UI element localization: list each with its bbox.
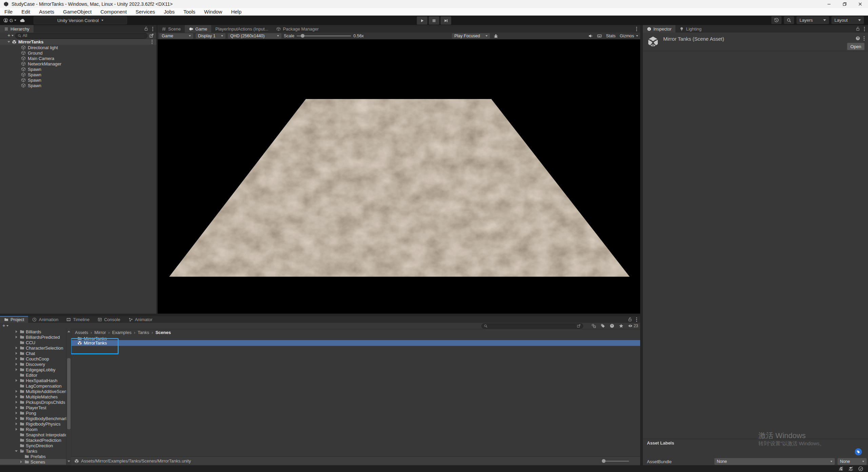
open-search-window-icon[interactable] [577, 324, 581, 328]
gizmos-dropdown[interactable]: Gizmos [620, 34, 638, 38]
hierarchy-search-input[interactable]: All [15, 33, 147, 39]
project-search-input[interactable] [481, 323, 583, 329]
add-label-button[interactable] [855, 448, 862, 455]
expand-arrow-icon[interactable] [15, 433, 18, 437]
expand-arrow-icon[interactable] [15, 335, 18, 339]
hierarchy-scene-row[interactable]: MirrorTanks [0, 39, 156, 45]
menu-item[interactable]: Services [131, 8, 160, 15]
expand-arrow-icon[interactable] [15, 406, 18, 410]
project-tree-item[interactable]: CouchCoop [0, 356, 66, 361]
asset-row-clipped[interactable]: MirrorTanks [71, 336, 640, 340]
lock-icon[interactable] [855, 26, 860, 31]
open-scene-button[interactable]: Open [847, 43, 865, 50]
menu-item[interactable]: GameObject [59, 8, 96, 15]
menu-item[interactable]: Tools [179, 8, 200, 15]
expand-arrow-icon[interactable] [15, 368, 18, 372]
search-by-label-icon[interactable] [600, 323, 605, 328]
scene-menu-icon[interactable] [152, 40, 154, 44]
tab-lighting[interactable]: Lighting [675, 25, 706, 33]
hierarchy-item[interactable]: Directional light [0, 45, 156, 50]
scroll-up-icon[interactable] [67, 331, 70, 332]
menu-item[interactable]: Jobs [159, 8, 179, 15]
open-search-window-icon[interactable] [149, 33, 154, 38]
expand-arrow-icon[interactable] [15, 411, 18, 415]
layers-dropdown[interactable]: Layers [796, 16, 829, 24]
account-button[interactable]: G [3, 18, 16, 23]
expand-arrow-icon[interactable] [15, 373, 18, 377]
lock-icon[interactable] [144, 26, 149, 31]
tab-package-manager[interactable]: Package Manager [272, 25, 323, 33]
menu-item[interactable]: Help [226, 8, 246, 15]
expand-arrow-icon[interactable] [15, 427, 18, 431]
project-tree-item[interactable]: Chat [0, 351, 66, 356]
slider-knob[interactable] [602, 459, 606, 463]
create-button[interactable]: + [2, 34, 14, 38]
hierarchy-item[interactable]: Main Camera [0, 56, 156, 61]
expand-arrow-icon[interactable] [15, 346, 18, 350]
breadcrumb-item[interactable]: Mirror [91, 330, 106, 335]
menu-item[interactable]: Component [96, 8, 131, 15]
hierarchy-item[interactable]: Spawn [0, 66, 156, 72]
hierarchy-item[interactable]: NetworkManager [0, 61, 156, 66]
project-tree-item[interactable]: MultipleAdditiveScenes [0, 389, 66, 394]
cloud-icon[interactable] [20, 18, 25, 23]
expand-arrow-icon[interactable] [15, 395, 18, 399]
project-tree-item[interactable]: MultipleMatches [0, 394, 66, 399]
assetbundle-dropdown[interactable]: None [714, 458, 835, 465]
tab-player-input-actions[interactable]: PlayerInputActions (Input... [211, 25, 272, 33]
project-tree-item[interactable]: Room [0, 427, 66, 432]
expand-arrow-icon[interactable] [15, 389, 18, 393]
hidden-count-toggle[interactable]: 23 [628, 323, 638, 328]
search-button[interactable] [784, 16, 794, 24]
scrollbar-thumb[interactable] [67, 358, 71, 429]
project-tree-item[interactable]: Billiards [0, 329, 66, 334]
project-tree-item[interactable]: EdgegapLobby [0, 367, 66, 372]
version-control-button[interactable]: Unity Version Control [34, 16, 127, 24]
tab-inspector[interactable]: Inspector [643, 25, 675, 33]
step-button[interactable] [440, 16, 451, 25]
tab-project[interactable]: Project [0, 316, 28, 323]
project-tree-item[interactable]: LagCompensation [0, 383, 66, 389]
expand-arrow-icon[interactable] [15, 444, 18, 448]
project-tree-item[interactable]: Tanks [0, 448, 66, 454]
game-viewport[interactable] [158, 39, 640, 314]
expand-arrow-icon[interactable] [15, 330, 18, 334]
menu-item[interactable]: Window [200, 8, 226, 15]
collapse-arrow-icon[interactable] [7, 41, 10, 43]
tab-timeline[interactable]: Timeline [62, 316, 94, 323]
hierarchy-item[interactable]: Spawn [0, 83, 156, 88]
tab-game[interactable]: Game [185, 25, 211, 33]
panel-menu-icon[interactable] [636, 317, 637, 322]
menu-item[interactable]: Assets [35, 8, 59, 15]
display-target-dropdown[interactable]: Display 1 [196, 33, 225, 39]
mute-audio-icon[interactable] [588, 34, 593, 38]
project-tree-item[interactable]: Editor [0, 372, 66, 378]
tab-console[interactable]: Console [94, 316, 124, 323]
hierarchy-item[interactable]: Spawn [0, 77, 156, 83]
project-tree-item[interactable]: HexSpatialHash [0, 378, 66, 383]
expand-arrow-icon[interactable] [15, 357, 18, 361]
play-button[interactable] [417, 16, 428, 25]
project-tree-item[interactable]: RigidbodyPhysics [0, 421, 66, 427]
layout-dropdown[interactable]: Layout [831, 16, 864, 24]
expand-arrow-icon[interactable] [15, 400, 18, 404]
project-tree-item[interactable]: CharacterSelection [0, 345, 66, 351]
expand-arrow-icon[interactable] [15, 351, 18, 355]
header-menu-icon[interactable] [864, 36, 865, 41]
expand-arrow-icon[interactable] [15, 438, 18, 442]
thumbnail-size-slider[interactable] [602, 459, 629, 464]
expand-arrow-icon[interactable] [15, 384, 18, 388]
menu-item[interactable]: File [0, 8, 17, 15]
debug-bug-icon[interactable] [493, 34, 498, 39]
project-tree-item[interactable]: Scenes [0, 459, 66, 465]
play-focused-dropdown[interactable]: Play Focused [452, 33, 490, 39]
project-tree-item[interactable]: StackedPrediction [0, 437, 66, 443]
resolution-dropdown[interactable]: QHD (2560x1440) [228, 33, 281, 39]
tree-scrollbar[interactable] [66, 329, 72, 465]
panel-menu-icon[interactable] [152, 27, 153, 31]
lock-icon[interactable] [628, 317, 632, 322]
create-asset-button[interactable]: + [2, 325, 8, 327]
expand-arrow-icon[interactable] [20, 454, 23, 458]
import-warnings-icon[interactable] [610, 323, 614, 328]
breadcrumb-item[interactable]: Scenes [152, 330, 171, 335]
